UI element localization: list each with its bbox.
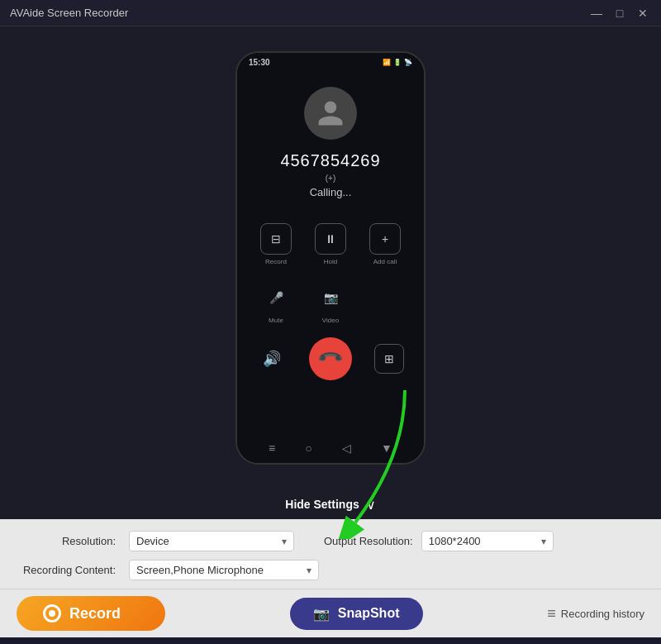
output-resolution-group: Output Resolution: 1080*2400 ▾ bbox=[324, 531, 554, 551]
keypad-btn[interactable]: ⊞ bbox=[374, 344, 404, 374]
phone-hold-btn[interactable]: ⏸ Hold bbox=[308, 223, 353, 265]
caller-sub: (+) bbox=[326, 174, 336, 183]
video-icon: 📷 bbox=[315, 282, 346, 313]
resolution-value: Device bbox=[136, 535, 169, 547]
hold-label: Hold bbox=[324, 258, 337, 265]
maximize-button[interactable]: □ bbox=[611, 5, 628, 21]
caller-number: 4567854269 bbox=[280, 151, 380, 170]
resolution-chevron-icon: ▾ bbox=[282, 536, 287, 547]
action-bar: Record 📷 SnapShot ≡ Recording history bbox=[0, 589, 661, 637]
window-controls: — □ ✕ bbox=[588, 5, 651, 21]
record-circle-icon bbox=[43, 604, 61, 623]
title-bar: AVAide Screen Recorder — □ ✕ bbox=[0, 0, 661, 26]
hide-settings-label: Hide Settings bbox=[285, 498, 359, 511]
phone-nav-bar: ≡ ○ ◁ ▼ bbox=[237, 435, 424, 463]
nav-menu-icon[interactable]: ≡ bbox=[269, 441, 275, 455]
close-button[interactable]: ✕ bbox=[635, 5, 651, 21]
addcall-icon: + bbox=[369, 223, 401, 255]
video-label: Video bbox=[322, 317, 339, 324]
resolution-select[interactable]: Device ▾ bbox=[129, 531, 294, 551]
recording-content-label: Recording Content: bbox=[17, 564, 116, 576]
main-area: 15:30 📶 🔋 📡 4567854269 (+) Calling... bbox=[0, 26, 661, 489]
recording-content-row: Recording Content: Screen,Phone Micropho… bbox=[17, 560, 644, 580]
signal-icon: 📡 bbox=[404, 59, 412, 66]
phone-mockup: 15:30 📶 🔋 📡 4567854269 (+) Calling... bbox=[235, 51, 426, 465]
addcall-label: Add call bbox=[373, 258, 397, 265]
record-action-icon: ⊟ bbox=[260, 223, 292, 255]
resolution-row: Resolution: Device ▾ Output Resolution: … bbox=[17, 531, 644, 551]
recording-content-value: Screen,Phone Microphone bbox=[136, 564, 264, 576]
phone-time: 15:30 bbox=[249, 58, 270, 67]
output-resolution-value: 1080*2400 bbox=[429, 535, 481, 547]
phone-mute-btn[interactable]: 🎤 Mute bbox=[254, 282, 298, 324]
snapshot-button[interactable]: 📷 SnapShot bbox=[290, 598, 423, 630]
nav-home-icon[interactable]: ○ bbox=[305, 441, 311, 455]
recording-content-select[interactable]: Screen,Phone Microphone ▾ bbox=[129, 560, 319, 580]
output-resolution-select[interactable]: 1080*2400 ▾ bbox=[421, 531, 554, 551]
calling-status: Calling... bbox=[310, 186, 352, 198]
phone-video-btn[interactable]: 📷 Video bbox=[308, 282, 353, 324]
recording-history-button[interactable]: ≡ Recording history bbox=[547, 605, 644, 623]
phone-status-icons: 📶 🔋 📡 bbox=[383, 59, 412, 66]
camera-icon: 📷 bbox=[313, 606, 330, 622]
phone-action-buttons: ⊟ Record ⏸ Hold + Add call bbox=[237, 223, 424, 265]
end-call-button[interactable]: 📞 bbox=[309, 337, 352, 380]
resolution-label: Resolution: bbox=[17, 535, 116, 547]
minimize-button[interactable]: — bbox=[588, 5, 605, 21]
snapshot-label: SnapShot bbox=[338, 606, 400, 621]
phone-status-bar: 15:30 📶 🔋 📡 bbox=[237, 53, 424, 70]
hide-settings-chevron-icon: ∨ bbox=[366, 497, 376, 513]
wifi-icon: 📶 bbox=[383, 59, 391, 66]
nav-recents-icon[interactable]: ▼ bbox=[381, 441, 392, 455]
history-icon: ≡ bbox=[547, 605, 556, 623]
phone-content: 4567854269 (+) Calling... ⊟ Record ⏸ Hol… bbox=[237, 70, 424, 435]
history-label: Recording history bbox=[561, 608, 644, 620]
record-dot bbox=[49, 610, 55, 617]
phone-call-area: 🔊 📞 ⊞ bbox=[237, 337, 424, 380]
record-action-label: Record bbox=[265, 258, 287, 265]
record-label: Record bbox=[69, 605, 121, 623]
hold-icon: ⏸ bbox=[315, 223, 346, 255]
person-icon bbox=[316, 98, 345, 128]
caller-avatar bbox=[304, 87, 357, 140]
app-title: AVAide Screen Recorder bbox=[10, 7, 128, 19]
battery-icon: 🔋 bbox=[393, 59, 402, 66]
end-call-icon: 📞 bbox=[316, 345, 345, 374]
nav-back-icon[interactable]: ◁ bbox=[342, 441, 351, 455]
record-button[interactable]: Record bbox=[17, 596, 165, 631]
output-resolution-label: Output Resolution: bbox=[324, 535, 413, 547]
speaker-btn[interactable]: 🔊 bbox=[257, 344, 287, 374]
phone-addcall-btn[interactable]: + Add call bbox=[363, 223, 407, 265]
phone-empty-btn bbox=[363, 282, 407, 324]
content-chevron-icon: ▾ bbox=[307, 565, 311, 576]
mute-icon: 🎤 bbox=[260, 282, 292, 313]
settings-panel: Resolution: Device ▾ Output Resolution: … bbox=[0, 519, 661, 589]
phone-record-btn[interactable]: ⊟ Record bbox=[254, 223, 298, 265]
output-chevron-icon: ▾ bbox=[541, 536, 546, 547]
mute-label: Mute bbox=[269, 317, 283, 324]
hide-settings-bar[interactable]: Hide Settings ∨ bbox=[0, 489, 661, 519]
phone-bottom-buttons: 🎤 Mute 📷 Video bbox=[237, 282, 424, 324]
